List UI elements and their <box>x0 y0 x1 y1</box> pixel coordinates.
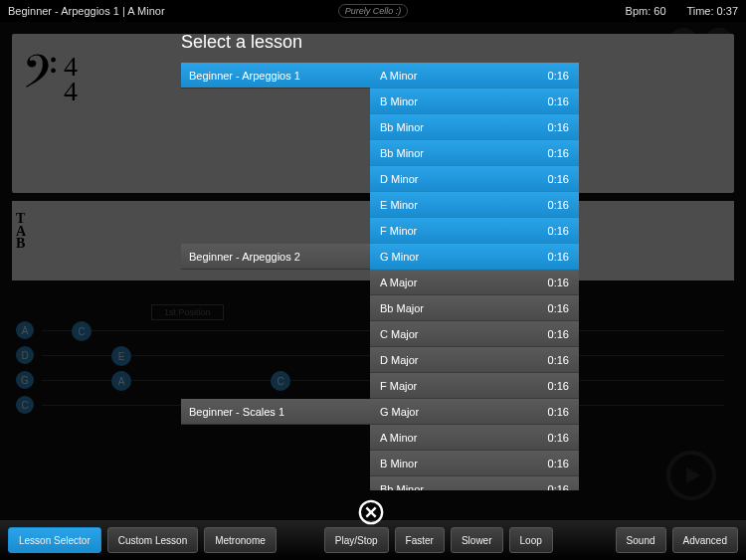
lesson-duration: 0:16 <box>548 380 569 392</box>
lesson-duration: 0:16 <box>548 95 569 107</box>
lesson-name: E Minor <box>380 199 418 211</box>
lesson-item[interactable]: Bb Minor0:16 <box>370 114 579 140</box>
lesson-duration: 0:16 <box>548 225 569 237</box>
metronome-button[interactable]: Metronome <box>204 527 277 553</box>
lesson-duration: 0:16 <box>548 406 569 418</box>
lesson-name: B Minor <box>380 95 418 107</box>
lesson-item[interactable]: D Major0:16 <box>370 347 579 373</box>
lesson-duration: 0:16 <box>548 173 569 185</box>
string-label: C <box>16 396 34 414</box>
lesson-item[interactable]: B Minor0:16 <box>370 89 579 114</box>
lesson-name: Bb Minor <box>380 483 424 491</box>
category-list: Beginner - Arpeggios 1 Beginner - Arpegg… <box>181 63 370 490</box>
lesson-duration: 0:16 <box>548 302 569 314</box>
lesson-item[interactable]: B Minor0:16 <box>370 451 579 476</box>
lesson-list[interactable]: A Minor0:16B Minor0:16Bb Minor0:16Bb Min… <box>370 63 579 490</box>
lesson-duration: 0:16 <box>548 199 569 211</box>
advanced-button[interactable]: Advanced <box>672 527 738 553</box>
lesson-name: C Major <box>380 328 419 340</box>
play-icon[interactable] <box>666 451 716 500</box>
bpm-label: Bpm: 60 <box>626 5 666 17</box>
string-label: D <box>16 346 34 364</box>
close-icon <box>357 498 385 526</box>
lesson-item[interactable]: Bb Minor0:16 <box>370 476 579 490</box>
time-label: Time: 0:37 <box>686 5 738 17</box>
faster-button[interactable]: Faster <box>395 527 445 553</box>
lesson-name: G Minor <box>380 251 419 263</box>
lesson-item[interactable]: D Minor0:16 <box>370 166 579 192</box>
brand-badge: Purely Cello :) <box>338 4 409 18</box>
note-dot: E <box>111 346 131 366</box>
lesson-name: A Minor <box>380 70 417 82</box>
category-item[interactable]: Beginner - Arpeggios 2 <box>181 244 370 270</box>
note-dot: C <box>72 321 92 341</box>
lesson-selector-button[interactable]: Lesson Selector <box>8 527 101 553</box>
lesson-duration: 0:16 <box>548 458 569 469</box>
sound-button[interactable]: Sound <box>616 527 666 553</box>
lesson-duration: 0:16 <box>548 483 569 491</box>
lesson-name: G Major <box>380 406 419 418</box>
lesson-duration: 0:16 <box>548 121 569 133</box>
modal-title: Select a lesson <box>181 32 579 53</box>
lesson-name: D Major <box>380 354 419 366</box>
bass-clef-icon: 𝄢 <box>22 62 58 95</box>
lesson-name: A Major <box>380 277 417 288</box>
lesson-path: Beginner - Arpeggios 1 | A Minor <box>8 5 338 17</box>
lesson-name: F Minor <box>380 225 417 237</box>
lesson-name: Bb Minor <box>380 121 424 133</box>
lesson-duration: 0:16 <box>548 432 569 444</box>
close-button[interactable] <box>356 497 386 527</box>
lesson-item[interactable]: Bb Major0:16 <box>370 295 579 321</box>
play-stop-button[interactable]: Play/Stop <box>324 527 389 553</box>
lesson-name: Bb Minor <box>380 147 424 159</box>
lesson-selector-modal: Select a lesson Beginner - Arpeggios 1 B… <box>181 32 579 490</box>
lesson-item[interactable]: G Major0:16 <box>370 399 579 425</box>
category-item[interactable]: Beginner - Arpeggios 1 <box>181 63 370 89</box>
lesson-item[interactable]: Bb Minor0:16 <box>370 140 579 166</box>
lesson-duration: 0:16 <box>548 328 569 340</box>
lesson-duration: 0:16 <box>548 354 569 366</box>
custom-lesson-button[interactable]: Custom Lesson <box>107 527 198 553</box>
time-sig-bot: 4 <box>64 79 78 103</box>
lesson-duration: 0:16 <box>548 277 569 288</box>
lesson-name: Bb Major <box>380 302 424 314</box>
top-bar: Beginner - Arpeggios 1 | A Minor Purely … <box>0 0 746 22</box>
lesson-item[interactable]: C Major0:16 <box>370 321 579 347</box>
lesson-name: F Major <box>380 380 417 392</box>
slower-button[interactable]: Slower <box>451 527 503 553</box>
string-label: G <box>16 371 34 389</box>
note-dot: A <box>111 371 131 391</box>
lesson-name: D Minor <box>380 173 419 185</box>
lesson-item[interactable]: F Minor0:16 <box>370 218 579 244</box>
lesson-item[interactable]: E Minor0:16 <box>370 192 579 218</box>
lesson-name: B Minor <box>380 458 418 469</box>
lesson-item[interactable]: G Minor0:16 <box>370 244 579 270</box>
string-label: A <box>16 321 34 339</box>
lesson-duration: 0:16 <box>548 251 569 263</box>
lesson-item[interactable]: A Major0:16 <box>370 270 579 295</box>
lesson-duration: 0:16 <box>548 70 569 82</box>
lesson-duration: 0:16 <box>548 147 569 159</box>
loop-button[interactable]: Loop <box>509 527 553 553</box>
lesson-item[interactable]: A Minor0:16 <box>370 63 579 89</box>
category-item[interactable]: Beginner - Scales 1 <box>181 399 370 425</box>
lesson-name: A Minor <box>380 432 417 444</box>
lesson-item[interactable]: F Major0:16 <box>370 373 579 399</box>
lesson-item[interactable]: A Minor0:16 <box>370 425 579 451</box>
